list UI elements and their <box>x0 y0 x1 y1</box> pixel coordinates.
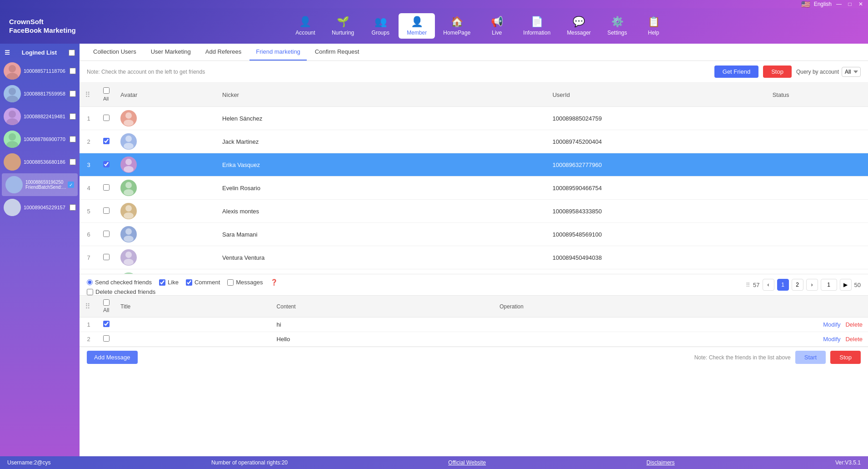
prev-page-btn[interactable]: ‹ <box>763 279 774 291</box>
nav-item-settings[interactable]: ⚙️ Settings <box>599 13 635 39</box>
tab-friend-marketing[interactable]: Friend marketing <box>249 44 307 61</box>
msg-operation: Modify Delete <box>494 318 868 332</box>
sidebar-select-all[interactable] <box>69 50 75 56</box>
modify-link[interactable]: Modify <box>823 336 840 343</box>
row-status <box>767 246 868 269</box>
friends-table-row[interactable]: 4 Evelin Rosario 100089590466754 <box>80 177 868 200</box>
page-2-btn[interactable]: 2 <box>792 279 803 291</box>
nav-item-nurturing[interactable]: 🌱 Nurturing <box>324 13 362 39</box>
tab-add-referees[interactable]: Add Referees <box>199 44 248 61</box>
maximize-btn[interactable]: □ <box>846 0 853 8</box>
svg-point-5 <box>6 118 18 125</box>
friends-table-row[interactable]: 8 Dorian Ssr 100089445605510 <box>80 269 868 274</box>
tab-user-marketing[interactable]: User Marketing <box>145 44 197 61</box>
get-friend-button[interactable]: Get Friend <box>714 66 758 78</box>
stop-button-top[interactable]: Stop <box>763 66 792 78</box>
nav-item-member[interactable]: 👤 Member <box>399 13 435 39</box>
row-checkbox[interactable] <box>103 138 110 144</box>
sidebar-check-2[interactable] <box>70 113 76 120</box>
msg-checkbox[interactable] <box>103 321 110 327</box>
row-status <box>767 107 868 130</box>
checkbox-messages[interactable] <box>227 279 234 286</box>
delete-link[interactable]: Delete <box>845 336 863 343</box>
sidebar-item-4[interactable]: 100088536680186 <box>0 151 80 173</box>
nav-label-live: Live <box>492 30 502 36</box>
friends-table-row[interactable]: 2 Jack Martinez 100089745200404 <box>80 130 868 153</box>
sidebar-check-4[interactable] <box>70 159 76 165</box>
select-all-checkbox[interactable] <box>103 87 110 94</box>
row-checkbox-cell <box>98 200 115 223</box>
radio-send-checked[interactable] <box>87 279 93 285</box>
th-avatar: Avatar <box>115 83 217 107</box>
nav-item-groups[interactable]: 👥 Groups <box>362 13 399 39</box>
modify-link[interactable]: Modify <box>823 321 840 328</box>
sidebar-avatar-2 <box>4 108 21 125</box>
sidebar-item-1[interactable]: 100088817559958 <box>0 82 80 105</box>
row-checkbox[interactable] <box>103 254 110 260</box>
sidebar-check-3[interactable] <box>70 136 76 142</box>
checkbox-comment[interactable] <box>186 279 192 286</box>
row-checkbox[interactable] <box>103 161 110 167</box>
query-account: Query by account All <box>796 67 861 77</box>
friends-table-row[interactable]: 7 Ventura Ventura 100089450494038 <box>80 246 868 269</box>
tab-confirm-request[interactable]: Confirm Request <box>309 44 366 61</box>
nav-label-help: Help <box>648 30 659 36</box>
sidebar-check-6[interactable] <box>70 204 76 211</box>
msg-operation: Modify Delete <box>494 332 868 347</box>
minimize-btn[interactable]: — <box>835 0 843 8</box>
add-message-button[interactable]: Add Message <box>87 351 138 364</box>
friends-table-row[interactable]: 6 Sara Mamani 100089548569100 <box>80 223 868 246</box>
help-circle-icon[interactable]: ❓ <box>270 279 278 286</box>
messages-table-row[interactable]: 1 hi Modify Delete <box>80 318 868 332</box>
svg-point-16 <box>125 136 132 142</box>
row-checkbox[interactable] <box>103 115 110 121</box>
row-num: 6 <box>80 223 98 246</box>
nav-item-messager[interactable]: 💬 Messager <box>559 13 599 39</box>
sidebar-item-6[interactable]: 100089045229157 <box>0 196 80 219</box>
nav-item-account[interactable]: 👤 Account <box>287 13 324 39</box>
msg-checkbox[interactable] <box>103 335 110 342</box>
query-select[interactable]: All <box>842 67 861 77</box>
nav-item-help[interactable]: 📋 Help <box>635 13 672 39</box>
nav-item-live[interactable]: 📢 Live <box>479 13 515 39</box>
sidebar-item-3[interactable]: 100088786900770 <box>0 128 80 151</box>
row-checkbox[interactable] <box>103 207 110 214</box>
svg-point-9 <box>6 164 18 171</box>
grid-icon[interactable]: ⠿ <box>85 91 90 99</box>
friends-table-row[interactable]: 3 Erika Vasquez 100089632777960 <box>80 153 868 177</box>
messages-table-row[interactable]: 2 Hello Modify Delete <box>80 332 868 347</box>
goto-page-btn[interactable]: ▶ <box>840 279 852 291</box>
option-like[interactable]: Like <box>159 279 179 286</box>
stop-button-bottom[interactable]: Stop <box>830 351 861 364</box>
sidebar-item-2[interactable]: 100088822419481 <box>0 105 80 128</box>
row-avatar-cell <box>115 269 217 274</box>
sidebar-check-0[interactable] <box>70 68 76 74</box>
sidebar-item-0[interactable]: 100088571118706 <box>0 60 80 82</box>
start-button[interactable]: Start <box>795 351 826 364</box>
option-comment[interactable]: Comment <box>186 279 220 286</box>
delete-link[interactable]: Delete <box>845 321 863 328</box>
svg-point-7 <box>6 141 18 148</box>
next-page-btn[interactable]: › <box>806 279 818 291</box>
sidebar-check-1[interactable] <box>70 91 76 97</box>
nav-item-information[interactable]: 📄 Information <box>515 13 559 39</box>
friends-table-row[interactable]: 1 Helen Sánchez 100089885024759 <box>80 107 868 130</box>
nav-item-homepage[interactable]: 🏠 HomePage <box>435 13 479 39</box>
nurturing-icon: 🌱 <box>337 16 349 28</box>
option-messages[interactable]: Messages <box>227 279 263 286</box>
friends-table-row[interactable]: 5 Alexis montes 100089584333850 <box>80 200 868 223</box>
tab-collection-users[interactable]: Collection Users <box>87 44 143 61</box>
checkbox-delete-checked[interactable] <box>87 289 93 295</box>
sidebar-item-5[interactable]: 100088659196250FriendBatchSend:100 ✓ <box>2 173 78 196</box>
msg-grid-icon[interactable]: ⠿ <box>85 303 90 310</box>
close-btn[interactable]: ✕ <box>857 0 864 8</box>
checkbox-like[interactable] <box>159 279 165 286</box>
footer-disclaimers[interactable]: Disclaimers <box>647 459 675 466</box>
option-send-checked[interactable]: Send checked friends <box>87 279 152 286</box>
msg-select-all[interactable] <box>103 299 110 306</box>
footer-official-website[interactable]: Official Website <box>448 459 486 466</box>
page-1-btn[interactable]: 1 <box>777 279 789 291</box>
row-checkbox[interactable] <box>103 231 110 237</box>
goto-page-input[interactable] <box>821 279 837 291</box>
row-checkbox[interactable] <box>103 184 110 191</box>
